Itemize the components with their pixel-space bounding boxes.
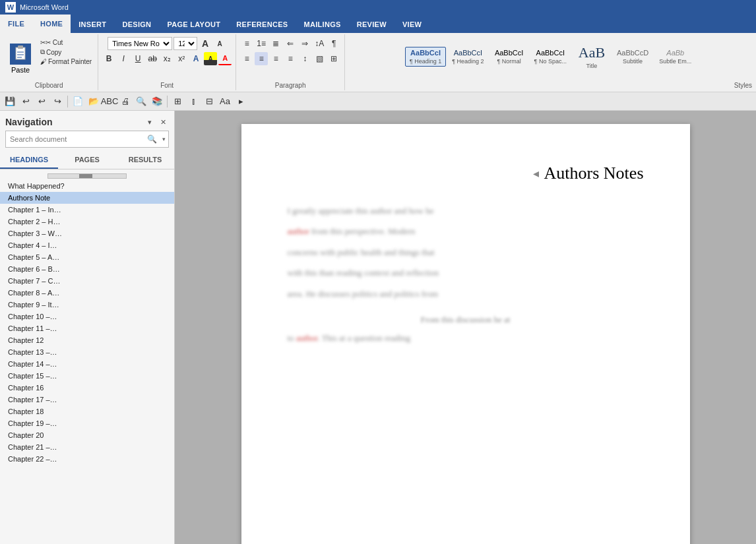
style-no-spacing[interactable]: AaBbCcI ¶ No Spac...: [530, 47, 571, 67]
bullets-button[interactable]: ≡: [240, 37, 253, 50]
tab-references[interactable]: REFERENCES: [228, 16, 296, 33]
undo-button[interactable]: ↩: [34, 94, 49, 109]
tab-home[interactable]: HOME: [32, 15, 71, 33]
nav-item-ch21[interactable]: Chapter 21 –…: [0, 441, 174, 453]
nav-item-ch14[interactable]: Chapter 14 –…: [0, 358, 174, 370]
research-button[interactable]: 📚: [150, 94, 164, 109]
font-size-select[interactable]: 12: [173, 37, 197, 50]
nav-item-ch22[interactable]: Chapter 22 –…: [0, 453, 174, 465]
spellcheck-button[interactable]: ABC: [102, 94, 117, 109]
numbering-button[interactable]: 1≡: [255, 37, 268, 50]
font-color-button[interactable]: A: [218, 52, 232, 65]
save-button[interactable]: 💾: [3, 94, 17, 109]
borders-button[interactable]: ⊞: [327, 52, 340, 65]
tab-insert[interactable]: INSERT: [71, 16, 114, 33]
text-effects-button[interactable]: A: [189, 52, 203, 65]
style-subtitle[interactable]: AaBbCcD Subtitle: [612, 47, 653, 67]
style-title[interactable]: AaB Title: [573, 42, 611, 71]
tab-design[interactable]: DESIGN: [114, 16, 159, 33]
nav-item-ch11[interactable]: Chapter 11 –…: [0, 322, 174, 334]
nav-item-ch9[interactable]: Chapter 9 – It…: [0, 299, 174, 311]
increase-indent-button[interactable]: ⇒: [298, 37, 311, 50]
nav-item-ch12[interactable]: Chapter 12: [0, 334, 174, 346]
font-name-select[interactable]: Times New Ro: [108, 37, 172, 50]
nav-item-ch13[interactable]: Chapter 13 –…: [0, 346, 174, 358]
table-button[interactable]: ⊞: [170, 94, 185, 109]
style-heading1[interactable]: AaBbCcI ¶ Heading 1: [405, 47, 446, 67]
decrease-indent-button[interactable]: ⇐: [284, 37, 297, 50]
shading-button[interactable]: ▧: [313, 52, 326, 65]
columns-button[interactable]: ⫿: [186, 94, 201, 109]
nav-close-button[interactable]: ✕: [157, 116, 169, 128]
underline-button[interactable]: U: [131, 52, 144, 65]
nav-item-ch10[interactable]: Chapter 10 –…: [0, 311, 174, 322]
nav-minimize-button[interactable]: ▾: [144, 116, 156, 128]
align-right-button[interactable]: ≡: [269, 52, 282, 65]
nav-item-ch8[interactable]: Chapter 8 – A…: [0, 287, 174, 299]
style-subtitle-sample: AaBbCcD: [617, 49, 648, 57]
more-button[interactable]: ▸: [234, 94, 248, 109]
subscript-button[interactable]: x₂: [160, 52, 173, 65]
search-input[interactable]: [6, 135, 144, 143]
nav-item-ch6[interactable]: Chapter 6 – B…: [0, 263, 174, 275]
tab-review[interactable]: REVIEW: [349, 16, 394, 33]
style-heading2-sample: AaBbCcI: [454, 49, 482, 57]
superscript-button[interactable]: x²: [175, 52, 188, 65]
align-left-button[interactable]: ≡: [240, 52, 253, 65]
nav-item-ch2[interactable]: Chapter 2 – H…: [0, 216, 174, 227]
highlight-button[interactable]: A: [204, 52, 217, 65]
nav-item-ch17[interactable]: Chapter 17 –…: [0, 394, 174, 406]
paste-button[interactable]: Paste: [4, 37, 37, 80]
nav-item-ch18[interactable]: Chapter 18: [0, 406, 174, 417]
tab-headings[interactable]: HEADINGS: [0, 152, 58, 169]
nav-item-ch19[interactable]: Chapter 19 –…: [0, 417, 174, 429]
font-content: Times New Ro 12 A A B I U ab x₂ x² A A A: [102, 37, 232, 80]
tab-results[interactable]: RESULTS: [116, 152, 174, 169]
increase-font-button[interactable]: A: [199, 37, 212, 50]
nav-item-what-happened[interactable]: What Happened?: [0, 180, 174, 192]
format-painter-button[interactable]: 🖌 Format Painter: [38, 57, 94, 66]
tab-pages[interactable]: PAGES: [58, 152, 116, 169]
nav-item-ch16[interactable]: Chapter 16: [0, 382, 174, 394]
nav-item-ch3[interactable]: Chapter 3 – W…: [0, 227, 174, 239]
show-marks-button[interactable]: ¶: [327, 37, 340, 50]
new-button[interactable]: 📄: [71, 94, 85, 109]
format-button[interactable]: ⊟: [202, 94, 216, 109]
copy-button[interactable]: ⧉ Copy: [38, 47, 94, 57]
style-subtle-em[interactable]: AaBb Subtle Em...: [654, 47, 696, 67]
multilevel-list-button[interactable]: ≣: [269, 37, 282, 50]
print-button[interactable]: 🖨: [118, 94, 133, 109]
nav-item-ch7[interactable]: Chapter 7 – C…: [0, 275, 174, 287]
tab-file[interactable]: FILE: [0, 15, 32, 33]
line-spacing-button[interactable]: ↕: [298, 52, 311, 65]
nav-item-ch20[interactable]: Chapter 20: [0, 429, 174, 441]
tab-mailings[interactable]: MAILINGS: [296, 16, 349, 33]
search-dropdown-icon[interactable]: ▾: [160, 136, 168, 142]
style-normal[interactable]: AaBbCcI ¶ Normal: [490, 47, 528, 67]
tab-view[interactable]: VIEW: [394, 16, 429, 33]
quick-save-button[interactable]: ↩: [18, 94, 33, 109]
style-heading2[interactable]: AaBbCcI ¶ Heading 2: [447, 47, 488, 67]
strikethrough-button[interactable]: ab: [146, 52, 159, 65]
nav-item-authors-note[interactable]: Authors Note: [0, 192, 174, 204]
open-button[interactable]: 📂: [86, 94, 101, 109]
justify-button[interactable]: ≡: [284, 52, 297, 65]
bold-button[interactable]: B: [102, 52, 115, 65]
print-preview-button[interactable]: 🔍: [134, 94, 148, 109]
nav-item-ch1[interactable]: Chapter 1 – In…: [0, 204, 174, 216]
align-center-button[interactable]: ≡: [255, 52, 268, 65]
styles-gallery: AaBbCcI ¶ Heading 1 AaBbCcI ¶ Heading 2 …: [405, 37, 696, 76]
decrease-font-button[interactable]: A: [213, 37, 226, 50]
nav-item-ch4[interactable]: Chapter 4 – I…: [0, 239, 174, 251]
sort-button[interactable]: ↕A: [313, 37, 326, 50]
ribbon-tabs: FILE HOME INSERT DESIGN PAGE LAYOUT REFE…: [0, 15, 756, 33]
style-heading1-sample: AaBbCcI: [410, 49, 441, 57]
redo-button[interactable]: ↪: [50, 94, 65, 109]
nav-item-ch15[interactable]: Chapter 15 –…: [0, 370, 174, 382]
cut-button[interactable]: ✂ ✂ Cut: [38, 38, 94, 47]
tab-page-layout[interactable]: PAGE LAYOUT: [159, 16, 228, 33]
char-formatting-button[interactable]: Aa: [218, 94, 232, 109]
nav-item-ch5[interactable]: Chapter 5 – A…: [0, 251, 174, 263]
italic-button[interactable]: I: [117, 52, 130, 65]
nav-search[interactable]: 🔍 ▾: [5, 131, 169, 148]
